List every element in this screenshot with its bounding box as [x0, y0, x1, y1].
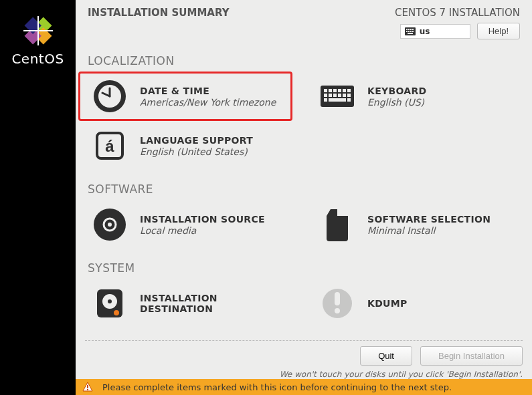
disc-icon: [92, 207, 128, 243]
svg-rect-31: [343, 94, 346, 97]
svg-point-40: [108, 223, 112, 227]
help-button[interactable]: Help!: [477, 23, 520, 39]
svg-rect-10: [412, 29, 414, 30]
svg-rect-28: [329, 94, 332, 97]
language-icon: á: [92, 128, 128, 164]
spoke-sub: English (US): [367, 97, 426, 108]
svg-rect-22: [329, 89, 332, 92]
svg-point-44: [114, 310, 119, 315]
keyboard-large-icon: [319, 78, 355, 114]
keyboard-layout-text: us: [420, 27, 430, 36]
page-title: INSTALLATION SUMMARY: [88, 7, 230, 39]
svg-rect-30: [338, 94, 341, 97]
spoke-sub: Minimal Install: [367, 225, 491, 236]
spoke-kdump[interactable]: KDUMP: [306, 279, 520, 328]
warning-bar: Please complete items marked with this i…: [76, 379, 532, 395]
spoke-title: LANGUAGE SUPPORT: [140, 135, 253, 146]
sidebar: CentOS: [0, 0, 76, 395]
spoke-sub: Americas/New York timezone: [140, 97, 276, 108]
quit-button[interactable]: Quit: [360, 346, 412, 366]
svg-rect-8: [408, 29, 410, 30]
svg-rect-7: [406, 29, 408, 30]
spoke-title: KEYBOARD: [367, 86, 426, 96]
warning-triangle-icon: [82, 382, 93, 392]
spoke-title: INSTALLATION DESTINATION: [140, 293, 283, 314]
section-localization-title: LOCALIZATION: [88, 54, 520, 68]
keyboard-icon: [405, 27, 416, 35]
begin-installation-button[interactable]: Begin Installation: [420, 346, 523, 366]
svg-rect-33: [324, 98, 327, 102]
svg-rect-23: [333, 89, 337, 92]
svg-rect-49: [87, 389, 88, 390]
section-software-title: SOFTWARE: [88, 182, 520, 196]
spoke-title: SOFTWARE SELECTION: [367, 214, 491, 225]
svg-point-43: [108, 299, 112, 303]
svg-rect-14: [412, 31, 414, 32]
keyboard-layout-indicator[interactable]: us: [400, 24, 470, 39]
footer-divider: [85, 340, 523, 341]
svg-rect-34: [329, 98, 346, 102]
svg-rect-27: [324, 94, 327, 97]
main-panel: INSTALLATION SUMMARY CENTOS 7 INSTALLATI…: [76, 0, 532, 395]
svg-rect-21: [324, 89, 327, 92]
spoke-title: INSTALLATION SOURCE: [140, 214, 265, 225]
svg-rect-35: [347, 98, 351, 102]
spoke-language-support[interactable]: á LANGUAGE SUPPORT English (United State…: [78, 121, 292, 170]
svg-rect-25: [343, 89, 346, 92]
svg-rect-12: [408, 31, 410, 32]
warning-text: Please complete items marked with this i…: [102, 382, 452, 392]
svg-rect-9: [410, 29, 412, 30]
svg-text:á: á: [105, 137, 114, 155]
clock-icon: [92, 78, 128, 114]
svg-rect-46: [335, 292, 340, 305]
svg-rect-29: [333, 94, 337, 97]
brand-text: CentOS: [11, 51, 64, 67]
header-right: CENTOS 7 INSTALLATION us Help!: [395, 7, 520, 39]
product-title: CENTOS 7 INSTALLATION: [395, 7, 520, 19]
spoke-keyboard[interactable]: KEYBOARD English (US): [306, 72, 520, 121]
svg-rect-11: [406, 31, 408, 32]
root-window: CentOS INSTALLATION SUMMARY CENTOS 7 INS…: [0, 0, 532, 395]
svg-rect-32: [347, 94, 351, 97]
svg-point-47: [335, 308, 340, 313]
spoke-sub: English (United States): [140, 146, 253, 157]
svg-rect-13: [410, 31, 412, 32]
footer-note: We won't touch your disks until you clic…: [85, 370, 523, 379]
spoke-title: DATE & TIME: [140, 86, 276, 96]
footer: Quit Begin Installation We won't touch y…: [76, 340, 532, 379]
svg-rect-26: [347, 89, 351, 92]
svg-rect-3: [24, 17, 41, 33]
header: INSTALLATION SUMMARY CENTOS 7 INSTALLATI…: [76, 0, 532, 39]
spoke-installation-destination[interactable]: INSTALLATION DESTINATION: [78, 279, 292, 328]
spoke-installation-source[interactable]: INSTALLATION SOURCE Local media: [78, 200, 292, 249]
spoke-sub: Local media: [140, 225, 265, 236]
spoke-date-time[interactable]: DATE & TIME Americas/New York timezone: [78, 72, 292, 121]
spoke-title: KDUMP: [367, 298, 408, 309]
spoke-software-selection[interactable]: SOFTWARE SELECTION Minimal Install: [306, 200, 520, 249]
svg-rect-48: [87, 385, 88, 388]
svg-rect-24: [338, 89, 341, 92]
section-system-title: SYSTEM: [88, 261, 520, 275]
centos-logo-icon: [23, 16, 53, 45]
hard-disk-icon: [92, 285, 128, 321]
svg-rect-15: [408, 33, 413, 34]
package-icon: [319, 207, 355, 243]
kdump-icon: [319, 285, 355, 321]
